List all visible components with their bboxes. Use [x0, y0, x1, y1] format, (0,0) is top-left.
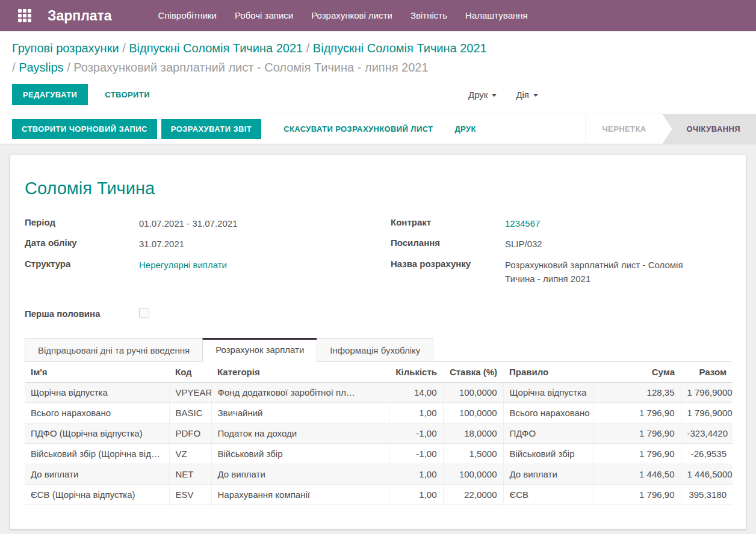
tab-розрахунок-зарплати[interactable]: Розрахунок зарплати — [202, 338, 317, 362]
topbar-menu-item[interactable]: Робочі записи — [226, 0, 302, 31]
column-header[interactable]: Сума — [593, 362, 681, 382]
topbar-menu-item[interactable]: Налаштування — [456, 0, 537, 31]
table-cell: 1,00 — [389, 464, 443, 485]
statusbar: ЧЕРНЕТКАОЧІКУВАННЯ — [586, 114, 756, 144]
table-row[interactable]: Військовий збір (Щорічна від…VZВійськови… — [25, 444, 733, 464]
print-dropdown-label: Друк — [468, 90, 488, 100]
table-cell: 1 796,9000 — [681, 403, 733, 423]
table-cell: -323,4420 — [681, 423, 733, 444]
field-value[interactable]: Нерегулярні виплати — [139, 258, 227, 272]
breadcrumb-link[interactable]: Групові розрахунки — [12, 41, 119, 55]
topbar-menu: СпівробітникиРобочі записиРозрахункові л… — [149, 0, 537, 31]
table-cell: Всього нараховано — [25, 403, 169, 423]
main-content: Соломія Тичина Період01.07.2021 - 31.07.… — [0, 144, 756, 534]
breadcrumb-link[interactable]: Відпускні Соломія Тичина 2021 — [313, 41, 487, 55]
field-label: Контракт — [391, 216, 505, 230]
table-cell: До виплати — [211, 464, 389, 485]
create-button[interactable]: СТВОРИТИ — [101, 90, 153, 100]
table-cell: -1,00 — [389, 423, 443, 444]
table-cell: 1 796,90 — [593, 485, 681, 505]
form-field-groups: Період01.07.2021 - 31.07.2021Дата обліку… — [25, 216, 731, 292]
table-row[interactable]: ЄСВ (Щорічна відпустка)ESVНарахування ко… — [25, 485, 733, 505]
tab-відпрацьовані-дні-та-ручні-введення[interactable]: Відпрацьовані дні та ручні введення — [25, 338, 203, 362]
field-value: SLIP/032 — [505, 237, 542, 251]
action-bar-button[interactable]: РОЗРАХУВАТИ ЗВІТ — [161, 119, 261, 139]
breadcrumb-link[interactable]: Payslips — [19, 61, 63, 74]
table-cell: ЄСВ (Щорічна відпустка) — [25, 485, 169, 505]
action-dropdown-label: Дія — [516, 90, 529, 100]
first-half-checkbox[interactable] — [139, 308, 149, 318]
table-cell: 1,5000 — [443, 444, 503, 464]
apps-grid-icon[interactable] — [18, 9, 32, 23]
column-header[interactable]: Категорія — [211, 362, 389, 382]
table-cell: Податок на доходи — [211, 423, 389, 444]
chevron-down-icon — [533, 94, 538, 97]
breadcrumb-separator: / — [303, 41, 313, 55]
table-cell: Всього нараховано — [503, 403, 593, 423]
table-body: Щорічна відпусткаVPYEARФонд додаткової з… — [25, 382, 733, 505]
field-label: Період — [25, 216, 139, 230]
form-field: Контракт1234567 — [391, 216, 731, 230]
column-header[interactable]: Кількість — [389, 362, 443, 382]
table-cell: Фонд додаткової заробітної пл… — [211, 382, 389, 403]
column-header[interactable]: Разом — [681, 362, 733, 382]
table-row[interactable]: До виплатиNETДо виплати1,00100,0000До ви… — [25, 464, 733, 485]
column-header[interactable]: Ставка (%) — [443, 362, 503, 382]
app-title[interactable]: Зарплата — [48, 8, 112, 24]
field-value[interactable]: 1234567 — [505, 216, 540, 230]
tab-інформація-бухобліку[interactable]: Інформація бухобліку — [317, 338, 433, 362]
breadcrumb-separator: / — [119, 41, 129, 55]
field-value: 31.07.2021 — [139, 237, 184, 251]
table-cell: ПДФО — [503, 423, 593, 444]
table-cell: PDFO — [169, 423, 211, 444]
control-panel-buttons: РЕДАГУВАТИ СТВОРИТИ Друк Дія — [10, 84, 746, 114]
edit-button[interactable]: РЕДАГУВАТИ — [12, 84, 88, 105]
table-row[interactable]: Щорічна відпусткаVPYEARФонд додаткової з… — [25, 382, 733, 403]
table-cell: 1 446,50 — [593, 464, 681, 485]
first-half-field: Перша половина — [25, 308, 731, 320]
table-cell: 395,3180 — [681, 485, 733, 505]
table-cell: Військовий збір — [503, 444, 593, 464]
statusbar-step[interactable]: ЧЕРНЕТКА — [586, 114, 663, 144]
table-cell: 14,00 — [389, 382, 443, 403]
table-row[interactable]: Всього нарахованоBASICЗвичайний1,00100,0… — [25, 403, 733, 423]
action-bar-button[interactable]: СТВОРИТИ ЧОРНОВИЙ ЗАПИС — [12, 119, 157, 139]
print-dropdown[interactable]: Друк — [468, 90, 497, 100]
column-header[interactable]: Код — [169, 362, 211, 382]
action-bar-button[interactable]: СКАСУВАТИ РОЗРАХУНКОВИЙ ЛИСТ — [280, 124, 436, 134]
table-cell: 1 796,9000 — [681, 382, 733, 403]
breadcrumb-separator: / — [12, 61, 19, 74]
statusbar-step[interactable]: ОЧІКУВАННЯ — [663, 114, 756, 144]
table-row[interactable]: ПДФО (Щорічна відпустка)PDFOПодаток на д… — [25, 423, 733, 444]
topbar: Зарплата СпівробітникиРобочі записиРозра… — [0, 0, 756, 31]
table-cell: Військовий збір — [211, 444, 389, 464]
action-dropdown[interactable]: Дія — [516, 90, 538, 100]
table-cell: VPYEAR — [169, 382, 211, 403]
column-header[interactable]: Ім'я — [25, 362, 169, 382]
topbar-menu-item[interactable]: Розрахункові листи — [302, 0, 401, 31]
table-cell: -26,9535 — [681, 444, 733, 464]
payslip-sheet: Соломія Тичина Період01.07.2021 - 31.07.… — [10, 154, 746, 530]
field-label: Дата обліку — [25, 237, 139, 251]
control-panel: Групові розрахунки / Відпускні Соломія Т… — [0, 31, 756, 114]
topbar-menu-item[interactable]: Звітність — [401, 0, 456, 31]
table-cell: ПДФО (Щорічна відпустка) — [25, 423, 169, 444]
table-cell: ESV — [169, 485, 211, 505]
table-cell: -1,00 — [389, 444, 443, 464]
table-cell: До виплати — [25, 464, 169, 485]
table-cell: 100,0000 — [443, 382, 503, 403]
fields-left: Період01.07.2021 - 31.07.2021Дата обліку… — [25, 216, 365, 292]
table-cell: 1 796,90 — [593, 423, 681, 444]
breadcrumb-link[interactable]: Відпускні Соломія Тичина 2021 — [129, 41, 303, 55]
salary-lines-table: Ім'яКодКатегоріяКількістьСтавка (%)Прави… — [25, 362, 733, 505]
field-label: Назва розрахунку — [391, 258, 505, 286]
field-label: Посилання — [391, 237, 505, 251]
table-cell: NET — [169, 464, 211, 485]
table-cell: 1 796,90 — [593, 403, 681, 423]
column-header[interactable]: Правило — [503, 362, 593, 382]
topbar-menu-item[interactable]: Співробітники — [149, 0, 226, 31]
table-cell: VZ — [169, 444, 211, 464]
table-cell: Звичайний — [211, 403, 389, 423]
action-bar-button[interactable]: ДРУК — [451, 124, 479, 134]
table-cell: ЄСВ — [503, 485, 593, 505]
